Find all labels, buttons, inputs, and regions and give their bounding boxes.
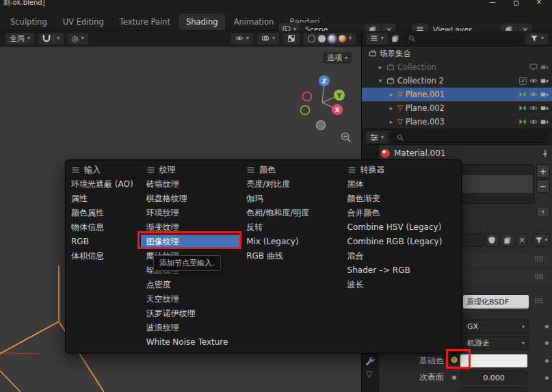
hide-eye-icon[interactable] — [529, 77, 538, 85]
zoom-tool-icon[interactable] — [340, 131, 352, 144]
disable-viewport-icon[interactable] — [529, 63, 538, 71]
menu-item[interactable]: 沃罗诺伊纹理 — [141, 306, 241, 321]
object-data-tab-icon[interactable]: ▽ — [366, 369, 372, 379]
outliner-display-mode-dropdown[interactable]: ▾ — [366, 33, 388, 44]
grip-handle-icon[interactable]: ⠿⠿ — [534, 274, 543, 281]
menu-item[interactable]: Combine HSV (Legacy) — [342, 220, 461, 235]
menu-item[interactable]: RGB — [66, 235, 141, 249]
add-slot-button[interactable]: + — [536, 164, 550, 178]
disable-render-icon[interactable] — [540, 77, 549, 85]
snap-controls[interactable]: ▾ — [38, 33, 64, 44]
menu-item[interactable]: 环境纹理 — [141, 206, 241, 220]
outliner-row-plane-003[interactable]: ▸ ▽ Plane.003 — [362, 115, 552, 129]
xray-toggle[interactable] — [283, 33, 300, 44]
menu-item[interactable]: 砖墙纹理 — [141, 177, 241, 192]
solid-shading-button[interactable] — [318, 35, 326, 42]
tab-texture-paint[interactable]: Texture Paint — [112, 14, 179, 30]
editor-type-dropdown[interactable]: ▾ — [366, 131, 388, 143]
remove-slot-button[interactable]: − — [536, 179, 550, 193]
menu-item[interactable]: 波长 — [342, 278, 461, 292]
distribution-dropdown[interactable]: GX ▾ — [463, 319, 529, 334]
outliner-row-collection-2[interactable]: ▾ Collection 2 ✓ — [362, 74, 552, 88]
slot-specials-dropdown[interactable]: ▾ — [536, 207, 550, 218]
modifiers-tab-wrench-icon[interactable] — [365, 356, 376, 367]
overlays-dropdown[interactable]: ▾ — [257, 33, 279, 44]
expand-icon[interactable]: ▸ — [388, 91, 395, 98]
menu-item[interactable]: 混合 — [342, 249, 461, 263]
grip-handle-icon[interactable]: ⠿⠿ — [534, 256, 543, 263]
menu-item[interactable]: Shader –> RGB — [342, 263, 461, 278]
tool-options-dropdown[interactable]: 选项 ▾ — [323, 52, 352, 64]
tab-animation[interactable]: Animation — [226, 14, 282, 30]
subsurface-value-field[interactable]: 0.000 — [460, 371, 527, 384]
material-preview-button[interactable] — [328, 35, 336, 42]
fake-user-shield-button[interactable] — [485, 233, 499, 247]
menu-item[interactable]: White Noise Texture — [141, 335, 241, 350]
menu-item[interactable]: 棋盘格纹理 — [141, 192, 241, 206]
proportional-edit-controls[interactable]: ◎ ▾ — [68, 33, 88, 44]
hide-eye-icon[interactable] — [529, 104, 538, 112]
menu-item[interactable]: 色相/饱和度/明度 — [241, 206, 341, 220]
outliner-row-plane-001[interactable]: ▸ ▽ Plane.001 — [362, 88, 552, 101]
disable-render-icon[interactable] — [540, 104, 549, 112]
unlink-material-button[interactable]: × — [516, 233, 527, 247]
menu-item[interactable]: RGB 曲线 — [241, 249, 341, 263]
menu-item[interactable]: 黑体 — [342, 177, 461, 192]
next-property-field[interactable] — [460, 387, 527, 392]
hide-eye-icon[interactable] — [529, 90, 538, 99]
menu-item[interactable]: 渐变纹理 — [141, 220, 241, 235]
menu-item[interactable]: 天空纹理 — [141, 292, 241, 306]
collapse-icon[interactable]: ▾ — [377, 77, 384, 84]
menu-item[interactable]: Combine RGB (Legacy) — [342, 235, 461, 249]
subsurface-method-dropdown[interactable]: 机游走 ▾ — [463, 336, 529, 350]
surface-node-field[interactable]: 原理化BSDF — [463, 295, 529, 309]
base-color-swatch[interactable] — [460, 354, 527, 367]
wireframe-shading-button[interactable] — [308, 35, 315, 42]
minimize-button[interactable]: — — [482, 0, 503, 5]
menu-item[interactable]: 伽玛 — [241, 192, 341, 206]
menu-item[interactable]: 波浪纹理 — [141, 321, 241, 335]
menu-item[interactable]: 物体信息 — [66, 220, 141, 235]
outliner-row-scene-collection[interactable]: 场景集合 — [362, 47, 552, 60]
tab-uv-editing[interactable]: UV Editing — [55, 14, 112, 30]
new-material-button[interactable] — [500, 233, 515, 247]
animate-decorator[interactable] — [545, 325, 549, 328]
outliner-new-collection-button[interactable] — [391, 34, 399, 42]
disable-render-icon[interactable] — [540, 63, 549, 71]
outliner-row-collection[interactable]: ▸ Collection — [362, 60, 552, 74]
expand-icon[interactable]: ▸ — [388, 105, 395, 112]
rendered-shading-button[interactable] — [339, 35, 346, 42]
menu-item[interactable]: 颜色渐变 — [342, 192, 461, 206]
navigation-gizmo[interactable]: Z Y X — [294, 72, 352, 135]
gizmo-neg-x[interactable] — [303, 92, 312, 101]
pin-icon[interactable] — [541, 149, 549, 157]
properties-search-input[interactable] — [391, 131, 548, 143]
menu-item[interactable]: 亮度/对比度 — [241, 177, 341, 192]
menu-item[interactable]: 体积信息 — [66, 249, 141, 263]
hide-eye-icon[interactable] — [529, 118, 538, 126]
menu-item[interactable]: 环境光遮蔽 (AO) — [66, 177, 141, 192]
exclude-checkbox[interactable]: ✓ — [519, 77, 527, 85]
menu-item[interactable]: 属性 — [66, 192, 141, 206]
grip-handle-icon[interactable]: ⠿⠿ — [534, 298, 543, 305]
menu-item[interactable]: 点密度 — [141, 278, 241, 292]
animate-decorator[interactable] — [545, 341, 549, 345]
disable-render-icon[interactable] — [540, 118, 549, 126]
disable-render-icon[interactable] — [540, 90, 549, 99]
maximize-button[interactable] — [505, 1, 526, 8]
outliner-row-plane-002[interactable]: ▸ ▽ Plane.002 — [362, 101, 552, 115]
menu-item[interactable]: 反转 — [241, 220, 341, 235]
close-button[interactable]: × — [529, 0, 549, 5]
gizmo-neg-y[interactable] — [301, 106, 310, 115]
visibility-dropdown[interactable]: ▾ — [231, 33, 253, 44]
menu-item[interactable]: Mix (Legacy) — [241, 235, 341, 249]
expand-icon[interactable]: ▸ — [388, 118, 395, 125]
expand-icon[interactable]: ▸ — [377, 64, 384, 70]
animate-decorator[interactable] — [545, 359, 549, 363]
tab-shading[interactable]: Shading — [179, 14, 226, 30]
transform-orientation-dropdown[interactable]: 全局 ▾ — [5, 33, 34, 44]
menu-item[interactable]: 图像纹理 — [141, 235, 241, 249]
subsurface-socket-dot[interactable] — [452, 376, 456, 380]
material-filter-dropdown[interactable]: ▾ — [533, 233, 550, 247]
outliner-search-input[interactable] — [403, 33, 523, 44]
